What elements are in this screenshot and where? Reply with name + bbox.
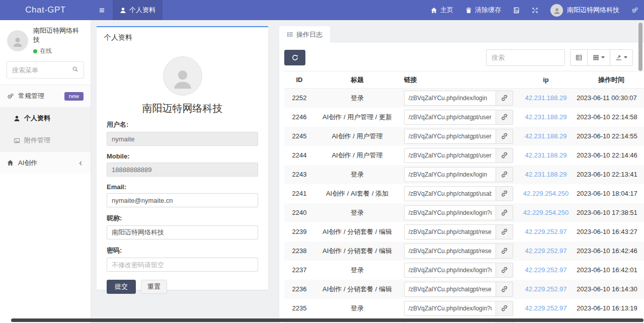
horizontal-scrollbar[interactable] <box>11 318 643 322</box>
open-link-button[interactable] <box>496 263 513 278</box>
person-icon <box>12 37 23 48</box>
log-link-input[interactable] <box>404 205 496 220</box>
log-link-input[interactable] <box>404 129 496 144</box>
log-link-cell <box>400 299 518 318</box>
sidebar-item-label: AI创作 <box>18 158 37 168</box>
ip-link[interactable]: 42.231.188.29 <box>525 113 567 121</box>
sidebar: 南阳迈特网络科技 在线 常规管理 new 个人资料 <box>0 20 91 323</box>
sidebar-menu: 常规管理 new 个人资料 附件管理 AI创作 <box>0 85 91 174</box>
field-nickname: 昵称: <box>107 214 258 239</box>
open-link-button[interactable] <box>496 205 513 220</box>
home-link[interactable]: 主页 <box>425 0 459 20</box>
log-title-cell: 登录 <box>314 299 400 318</box>
email-field[interactable] <box>107 193 258 207</box>
columns-button[interactable] <box>588 49 610 66</box>
ip-link[interactable]: 42.231.188.29 <box>525 151 567 159</box>
table-search-input[interactable] <box>486 49 565 66</box>
link-input-group <box>404 186 514 201</box>
open-link-button[interactable] <box>496 282 513 297</box>
log-title-cell: AI创作 / 用户管理 <box>314 146 400 165</box>
table-row: 2239AI创作 / 分销套餐 / 编辑42.229.252.972023-06… <box>284 222 644 241</box>
table-row: 2245AI创作 / 用户管理42.231.188.292023-06-10 2… <box>284 127 644 146</box>
log-link-input[interactable] <box>404 301 496 316</box>
tab-profile[interactable]: 个人资料 <box>113 0 163 20</box>
sidebar-toggle-button[interactable] <box>91 0 113 20</box>
ip-link[interactable]: 42.231.188.29 <box>525 94 567 102</box>
open-link-button[interactable] <box>496 129 513 144</box>
link-input-group <box>404 244 514 259</box>
log-time-cell: 2023-06-11 00:30:07 <box>574 89 644 108</box>
sidebar-item-regular[interactable]: 常规管理 new <box>0 85 91 107</box>
fullscreen-button[interactable] <box>526 0 544 20</box>
log-link-input[interactable] <box>404 148 496 163</box>
ip-link[interactable]: 42.229.252.97 <box>525 247 567 255</box>
export-icon <box>615 54 622 61</box>
export-button[interactable] <box>610 49 633 66</box>
submit-button[interactable]: 提交 <box>107 280 136 294</box>
link-input-group <box>404 263 514 278</box>
log-time-cell: 2023-06-10 22:13:41 <box>574 165 644 184</box>
open-link-button[interactable] <box>496 167 513 182</box>
log-link-input[interactable] <box>404 282 496 297</box>
nickname-field[interactable] <box>107 225 258 239</box>
open-link-button[interactable] <box>496 301 513 316</box>
log-ip-cell: 42.229.252.97 <box>518 280 574 299</box>
ip-link[interactable]: 42.231.188.29 <box>525 171 567 178</box>
clear-cache-label: 清除缓存 <box>475 6 501 15</box>
settings-button[interactable] <box>625 0 644 20</box>
open-link-button[interactable] <box>496 186 513 201</box>
sidebar-item-attachment[interactable]: 附件管理 <box>0 129 91 151</box>
log-link-input[interactable] <box>404 91 496 106</box>
log-time-cell: 2023-06-10 16:43:27 <box>574 222 644 241</box>
log-link-input[interactable] <box>404 224 496 239</box>
log-table-wrap: ID标题链接ip操作时间 2252登录42.231.188.292023-06-… <box>279 71 644 323</box>
log-time-cell: 2023-06-10 22:14:46 <box>574 146 644 165</box>
link-icon <box>501 248 508 254</box>
ip-link[interactable]: 42.229.252.97 <box>525 228 567 235</box>
tab-operation-log[interactable]: 操作日志 <box>279 26 330 43</box>
open-link-button[interactable] <box>496 91 513 106</box>
person-icon <box>553 8 560 15</box>
log-link-input[interactable] <box>404 110 496 125</box>
profile-avatar[interactable] <box>163 56 202 96</box>
app-brand[interactable]: Chat-GPT <box>0 0 91 20</box>
ip-link[interactable]: 42.229.252.97 <box>525 266 567 274</box>
log-link-input[interactable] <box>404 167 496 182</box>
sidebar-avatar[interactable] <box>7 30 28 51</box>
link-icon <box>501 209 508 216</box>
open-link-button[interactable] <box>496 224 513 239</box>
log-link-cell <box>400 165 518 184</box>
ip-link[interactable]: 42.229.254.250 <box>523 209 569 216</box>
password-field[interactable] <box>107 258 258 272</box>
sidebar-item-profile[interactable]: 个人资料 <box>0 107 91 129</box>
sidebar-item-label: 常规管理 <box>18 92 44 101</box>
ip-link[interactable]: 42.231.188.29 <box>525 132 567 140</box>
ip-link[interactable]: 42.229.252.97 <box>525 285 567 293</box>
open-link-button[interactable] <box>496 148 513 163</box>
log-link-input[interactable] <box>404 263 496 278</box>
sidebar-item-ai[interactable]: AI创作 <box>0 151 91 174</box>
link-icon <box>501 133 508 139</box>
open-link-button[interactable] <box>496 244 513 259</box>
ip-link[interactable]: 42.229.252.97 <box>525 304 567 312</box>
log-link-input[interactable] <box>404 244 496 259</box>
open-link-button[interactable] <box>496 110 513 125</box>
toolbar-right <box>486 49 633 66</box>
user-menu[interactable]: 南阳迈特网络科技 <box>544 0 625 20</box>
ip-link[interactable]: 42.229.254.250 <box>523 190 569 197</box>
clear-cache-link[interactable]: 清除缓存 <box>459 0 507 20</box>
manual-button[interactable] <box>507 0 526 20</box>
log-link-input[interactable] <box>404 186 496 201</box>
log-id-cell: 2239 <box>284 222 314 241</box>
refresh-button[interactable] <box>284 50 305 65</box>
log-id-cell: 2246 <box>284 108 314 127</box>
new-badge: new <box>64 92 84 101</box>
link-input-group <box>404 167 514 182</box>
vertical-scrollbar[interactable] <box>638 23 642 71</box>
detail-view-button[interactable] <box>570 49 588 66</box>
table-row: 2236AI创作 / 分销套餐 / 编辑42.229.252.972023-06… <box>284 280 644 299</box>
reset-button[interactable]: 重置 <box>141 280 167 294</box>
log-link-cell <box>400 241 518 261</box>
link-input-group <box>404 129 514 144</box>
log-id-cell: 2252 <box>284 89 314 108</box>
